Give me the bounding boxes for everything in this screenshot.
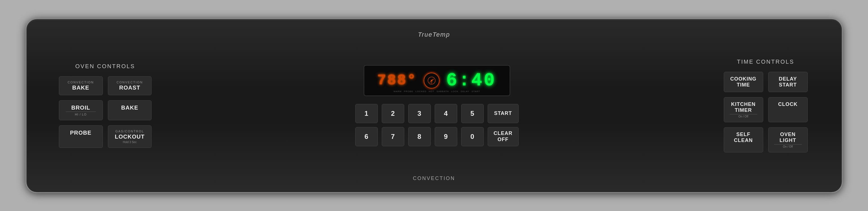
display-numpad-area: 788° 6:40 WARM PROBE LOCKED [170,65,704,146]
start-button[interactable]: Start [488,104,519,123]
delay-start-line1: Delay [774,76,802,82]
clock-main: Clock [774,101,802,107]
numpad-area: 1 2 3 4 5 Start 6 7 8 9 0 Clear [355,104,519,146]
status-indicators: WARM PROBE LOCKED HOT SABBATH LOCK DELAY… [367,90,507,93]
time-buttons-grid: Cooking Time Delay Start Kitchen Timer O… [724,72,808,152]
kitchen-timer-line1: Kitchen [730,101,757,107]
cooking-time-line2: Time [730,82,757,88]
clear-sub: Off [498,137,508,143]
display-time-value: 6:40 [446,70,496,91]
main-row: Oven Controls Convection Bake Convection… [27,59,842,152]
start-label: Start [494,111,512,117]
delay-start-line2: Start [774,82,802,88]
status-start: START [472,90,480,93]
bake-main: Bake [115,104,145,111]
display-left-digits: 788° [377,72,417,89]
num-5-button[interactable]: 5 [461,104,484,123]
display-fan-icon [424,73,439,88]
oven-controls-section: Oven Controls Convection Bake Convection… [49,63,162,148]
probe-button[interactable]: Probe [59,125,103,148]
oven-control-panel: TrueTemp Convection Oven Controls Convec… [26,18,843,193]
clear-label: Clear [494,130,513,137]
convection-roast-button[interactable]: Convection Roast [108,76,152,95]
brand-label: TrueTemp [418,31,450,38]
convection-roast-sub: Convection [115,81,145,84]
probe-main: Probe [66,129,96,136]
convection-bake-sub: Convection [66,81,96,84]
num-3-button[interactable]: 3 [408,104,431,123]
self-clean-line2: Clean [730,138,757,143]
num-4-button[interactable]: 4 [435,104,457,123]
broil-button[interactable]: Broil Hi / Lo [59,100,103,120]
cooking-time-line1: Cooking [730,76,757,82]
clear-off-button[interactable]: Clear Off [488,127,519,146]
clock-button[interactable]: Clock [768,97,808,122]
num-7-button[interactable]: 7 [382,127,404,146]
delay-start-button[interactable]: Delay Start [768,72,808,92]
num-8-button[interactable]: 8 [408,127,431,146]
gas-lockout-sub: Gas/Control [115,129,145,133]
status-hot: HOT [429,90,434,93]
kitchen-timer-under: On / Off [730,114,757,118]
time-controls-title: Time Controls [737,59,794,65]
oven-light-button[interactable]: Oven Light On / Off [768,127,808,152]
convection-label: Convection [413,176,455,181]
status-probe: PROBE [404,90,413,93]
time-controls-section: Time Controls Cooking Time Delay Start K… [712,59,819,152]
num-1-button[interactable]: 1 [355,104,378,123]
bake-button[interactable]: Bake [108,100,152,120]
oven-buttons-grid: Convection Bake Convection Roast Broil H… [59,76,152,148]
status-delay: DELAY [461,90,469,93]
num-0-button[interactable]: 0 [461,127,484,146]
gas-lockout-main: Lockout [115,133,145,140]
gas-lockout-hold: Hold 3 Sec [115,141,145,144]
kitchen-timer-button[interactable]: Kitchen Timer On / Off [724,97,763,122]
num-9-button[interactable]: 9 [435,127,457,146]
display-screen: 788° 6:40 WARM PROBE LOCKED [364,65,510,96]
broil-main: Broil [66,104,96,111]
numpad-row-2: 6 7 8 9 0 Clear Off [355,127,519,146]
oven-light-line1: Oven [774,131,802,138]
gas-lockout-button[interactable]: Gas/Control Lockout Hold 3 Sec [108,125,152,148]
numpad-row-1: 1 2 3 4 5 Start [355,104,519,123]
status-locked: LOCKED [415,90,427,93]
convection-bake-main: Bake [66,85,96,91]
num-2-button[interactable]: 2 [382,104,404,123]
status-sabbath: SABBATH [437,90,449,93]
status-lock: LOCK [451,90,458,93]
status-warm: WARM [394,90,402,93]
oven-light-under: On / Off [774,144,802,148]
convection-roast-main: Roast [115,85,145,91]
oven-controls-title: Oven Controls [75,63,135,69]
convection-bake-button[interactable]: Convection Bake [59,76,103,95]
kitchen-timer-line2: Timer [730,107,757,113]
num-6-button[interactable]: 6 [355,127,378,146]
cooking-time-button[interactable]: Cooking Time [724,72,763,92]
broil-under: Hi / Lo [66,112,96,116]
oven-light-line2: Light [774,138,802,143]
self-clean-button[interactable]: Self Clean [724,127,763,152]
self-clean-line1: Self [730,131,757,138]
svg-point-1 [431,80,432,82]
